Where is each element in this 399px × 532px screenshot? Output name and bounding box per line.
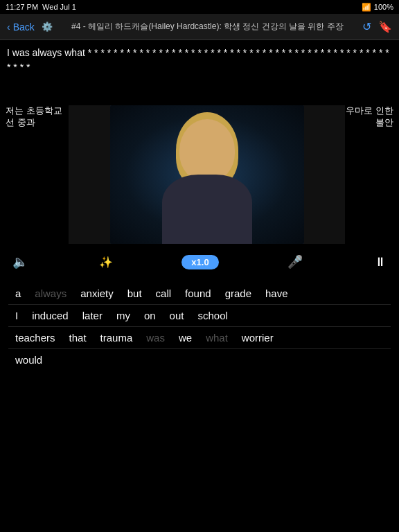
word-button-what[interactable]: what <box>199 328 235 347</box>
subtitle-left: 저는 초등학교 선 중과 <box>6 105 69 244</box>
back-button[interactable]: Back <box>13 21 35 33</box>
word-button-teachers[interactable]: teachers <box>8 328 62 347</box>
video-container <box>69 105 345 244</box>
subtitle-korean: 저는 초등학교 선 중과 우마로 인한 불안 <box>0 103 399 247</box>
speed-badge[interactable]: x1.0 <box>181 255 218 269</box>
word-button-induced[interactable]: induced <box>25 306 76 325</box>
divider <box>8 304 391 305</box>
word-button-anxiety[interactable]: anxiety <box>73 284 121 303</box>
magic-wand-button[interactable]: ✨ <box>96 253 116 272</box>
divider <box>8 348 391 349</box>
word-button-I[interactable]: I <box>8 306 25 325</box>
word-button-but[interactable]: but <box>121 284 149 303</box>
refresh-button[interactable]: ↺ <box>362 20 371 33</box>
word-button-a[interactable]: a <box>8 284 28 303</box>
word-button-out[interactable]: out <box>163 306 191 325</box>
subtitle-right: 우마로 인한 불안 <box>345 105 393 244</box>
word-button-have[interactable]: have <box>258 284 295 303</box>
word-row-1: aalwaysanxietybutcallfoundgradehave <box>8 284 391 303</box>
word-button-my[interactable]: my <box>109 306 137 325</box>
word-button-worrier[interactable]: worrier <box>235 328 281 347</box>
battery-display: 100% <box>374 3 393 11</box>
word-button-we[interactable]: we <box>172 328 199 347</box>
word-button-was[interactable]: was <box>139 328 172 347</box>
back-chevron-icon: ‹ <box>7 21 10 33</box>
episode-title: #4 - 헤일리 하드캐슬(Hailey Hardcastle): 학생 정신 … <box>53 21 362 33</box>
nav-bar: ‹ Back ⚙️ #4 - 헤일리 하드캐슬(Hailey Hardcastl… <box>0 14 399 40</box>
pause-button[interactable]: ⏸ <box>371 252 389 272</box>
word-button-call[interactable]: call <box>149 284 179 303</box>
volume-button[interactable]: 🔈 <box>10 251 30 272</box>
word-button-on[interactable]: on <box>137 306 163 325</box>
word-button-later[interactable]: later <box>76 306 109 325</box>
controls-bar: 🔈 ✨ x1.0 🎤 ⏸ <box>0 247 399 277</box>
status-bar: 11:27 PM Wed Jul 1 📶 100% <box>0 0 399 14</box>
time-display: 11:27 PM <box>6 3 38 11</box>
wordcloud-area: aalwaysanxietybutcallfoundgradehave Iind… <box>0 277 399 378</box>
microphone-button[interactable]: 🎤 <box>285 251 305 272</box>
date-display: Wed Jul 1 <box>42 3 76 11</box>
word-button-always[interactable]: always <box>28 284 73 303</box>
transcript-area: I was always what * * * * * * * * * * * … <box>0 40 399 103</box>
divider <box>8 326 391 327</box>
word-button-would[interactable]: would <box>8 351 49 369</box>
word-row-3: teachersthattraumawaswewhatworrier <box>8 328 391 347</box>
word-button-grade[interactable]: grade <box>218 284 258 303</box>
word-button-that[interactable]: that <box>62 328 94 347</box>
word-button-trauma[interactable]: trauma <box>94 328 140 347</box>
word-button-school[interactable]: school <box>190 306 234 325</box>
wifi-icon: 📶 <box>362 3 371 12</box>
settings-button[interactable]: ⚙️ <box>42 21 53 32</box>
transcript-text: I was always what * * * * * * * * * * * … <box>7 47 389 73</box>
word-row-2: Iinducedlatermyonoutschool <box>8 306 391 325</box>
word-row-4: would <box>8 351 391 369</box>
word-button-found[interactable]: found <box>178 284 218 303</box>
subtitle-area: 저는 초등학교 선 중과 우마로 인한 불안 <box>0 103 399 247</box>
bookmark-button[interactable]: 🔖 <box>378 20 392 33</box>
video-placeholder <box>110 105 304 244</box>
